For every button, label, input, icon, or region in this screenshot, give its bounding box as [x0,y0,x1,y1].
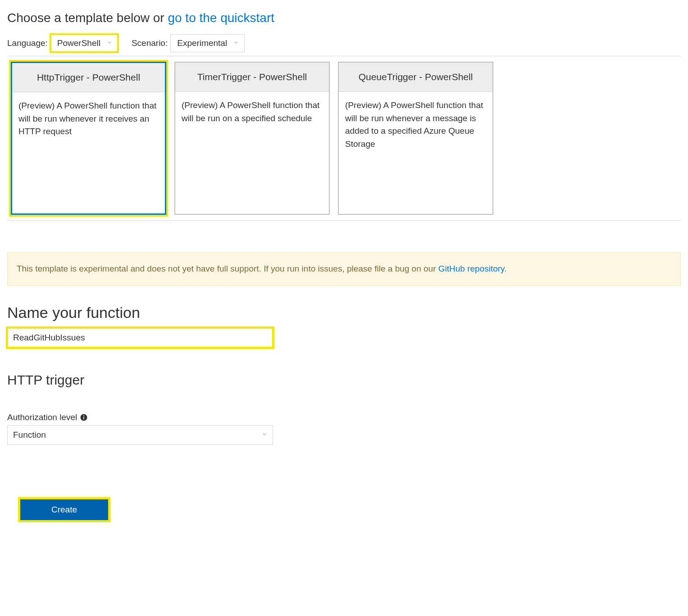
warning-text-prefix: This template is experimental and does n… [17,264,438,273]
svg-point-2 [83,415,84,416]
language-select-value: PowerShell [57,38,100,48]
function-name-input[interactable] [7,328,273,348]
scenario-label: Scenario: [132,38,168,48]
auth-level-label-row: Authorization level [7,412,681,422]
language-select[interactable]: PowerShell [50,34,118,52]
scenario-select-value: Experimental [177,38,227,48]
filters-row: Language: PowerShell Scenario: Experimen… [7,34,681,52]
scenario-filter: Scenario: Experimental [132,34,245,52]
language-label: Language: [7,38,48,48]
page-header: Choose a template below or go to the qui… [7,11,681,25]
template-card-title: QueueTrigger - PowerShell [339,63,492,92]
template-card-description: (Preview) A PowerShell function that wil… [175,92,329,132]
template-card-title: TimerTrigger - PowerShell [175,63,329,92]
warning-text-suffix: . [504,264,506,273]
auth-level-label: Authorization level [7,412,77,422]
http-trigger-heading: HTTP trigger [7,372,681,388]
template-card-timer[interactable]: TimerTrigger - PowerShell (Preview) A Po… [174,62,330,215]
quickstart-link[interactable]: go to the quickstart [168,11,274,25]
auth-level-value: Function [13,430,46,439]
scenario-select[interactable]: Experimental [170,34,245,52]
auth-level-select[interactable]: Function [7,425,273,445]
template-card-description: (Preview) A PowerShell function that wil… [12,92,165,145]
create-button[interactable]: Create [20,499,109,521]
template-card-http[interactable]: HttpTrigger - PowerShell (Preview) A Pow… [11,62,166,215]
function-name-input-wrap [7,328,273,348]
templates-container: HttpTrigger - PowerShell (Preview) A Pow… [7,56,681,221]
template-card-description: (Preview) A PowerShell function that wil… [339,92,492,158]
svg-rect-1 [84,417,85,419]
name-function-heading: Name your function [7,304,681,322]
template-card-queue[interactable]: QueueTrigger - PowerShell (Preview) A Po… [338,62,493,215]
experimental-warning: This template is experimental and does n… [7,252,681,286]
github-repo-link[interactable]: GitHub repository [438,264,504,273]
template-card-title: HttpTrigger - PowerShell [12,63,165,92]
language-filter: Language: PowerShell [7,34,118,52]
header-prefix: Choose a template below or [7,11,168,25]
create-button-wrap: Create [20,499,109,521]
info-icon[interactable] [80,413,88,421]
